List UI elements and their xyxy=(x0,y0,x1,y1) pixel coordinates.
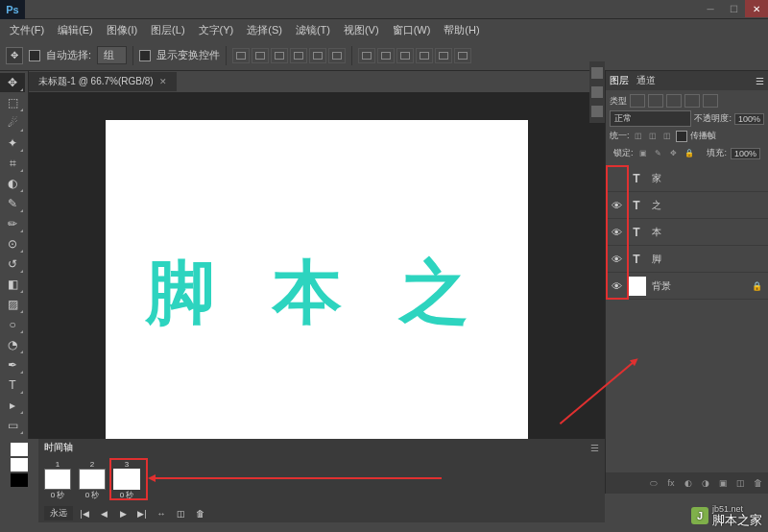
delete-frame-button[interactable]: 🗑 xyxy=(192,507,207,520)
new-frame-button[interactable]: ◫ xyxy=(173,507,188,520)
propagate-checkbox[interactable] xyxy=(676,131,687,142)
frame-delay[interactable]: 0 秒 xyxy=(85,490,100,500)
layer-item[interactable]: 👁 T 脚 xyxy=(606,246,768,273)
next-frame-button[interactable]: ▶| xyxy=(134,507,150,520)
auto-select-type-dropdown[interactable]: 组 xyxy=(97,46,127,64)
collapsed-panel-icon[interactable] xyxy=(591,86,603,98)
menu-filter[interactable]: 滤镜(T) xyxy=(290,21,336,39)
show-transform-checkbox[interactable] xyxy=(139,50,151,61)
menu-edit[interactable]: 编辑(E) xyxy=(52,21,99,39)
filter-pixel-icon[interactable] xyxy=(630,94,645,108)
blend-mode-dropdown[interactable]: 正常 xyxy=(610,110,691,127)
prev-frame-button[interactable]: ◀ xyxy=(96,507,111,520)
filter-smart-icon[interactable] xyxy=(703,94,718,108)
menu-layer[interactable]: 图层(L) xyxy=(145,21,190,39)
panel-menu-icon[interactable]: ☰ xyxy=(590,443,599,453)
menu-window[interactable]: 窗口(W) xyxy=(387,21,437,39)
tween-button[interactable]: ↔ xyxy=(154,507,169,520)
layer-name: 家 xyxy=(646,172,661,185)
history-brush-tool[interactable]: ↺ xyxy=(0,254,25,274)
menu-select[interactable]: 选择(S) xyxy=(241,21,288,39)
filter-type-icon[interactable] xyxy=(666,94,682,108)
play-button[interactable]: ▶ xyxy=(115,507,131,520)
visibility-toggle[interactable]: 👁 xyxy=(606,219,627,246)
visibility-toggle[interactable]: 👁 xyxy=(606,246,627,273)
align-top-icon[interactable] xyxy=(232,48,250,63)
pen-tool[interactable]: ✒ xyxy=(0,355,25,375)
filter-shape-icon[interactable] xyxy=(684,94,700,108)
lock-all-icon[interactable]: 🔒 xyxy=(684,148,695,159)
swatch[interactable] xyxy=(11,458,28,472)
align-hcenter-icon[interactable] xyxy=(309,48,326,63)
type-tool[interactable]: T xyxy=(0,375,25,395)
menu-help[interactable]: 帮助(H) xyxy=(438,21,485,39)
dist-bottom-icon[interactable] xyxy=(396,48,414,63)
menu-image[interactable]: 图像(I) xyxy=(101,21,143,39)
swatch[interactable] xyxy=(11,473,28,487)
layer-item[interactable]: 👁 T 之 xyxy=(606,192,768,219)
canvas[interactable]: 脚 本 之 xyxy=(106,120,528,466)
opacity-value[interactable]: 100% xyxy=(734,113,764,125)
loop-dropdown[interactable]: 永远 xyxy=(44,506,73,520)
align-bottom-icon[interactable] xyxy=(271,48,288,63)
unify-vis-icon[interactable]: ◫ xyxy=(647,131,659,142)
align-vcenter-icon[interactable] xyxy=(252,48,269,63)
menu-file[interactable]: 文件(F) xyxy=(4,21,50,39)
blur-tool[interactable]: ○ xyxy=(0,315,25,334)
eraser-tool[interactable]: ◧ xyxy=(0,275,25,294)
minimize-button[interactable]: ─ xyxy=(699,0,722,17)
lock-pixels-icon[interactable]: ✎ xyxy=(653,148,664,159)
brush-tool[interactable]: ✏ xyxy=(0,214,25,233)
unify-style-icon[interactable]: ◫ xyxy=(661,131,673,142)
panel-menu-icon[interactable]: ☰ xyxy=(756,76,764,86)
collapsed-panel-icon[interactable] xyxy=(591,106,603,117)
timeline-frame[interactable]: 3 0 秒 xyxy=(111,460,142,500)
swatch[interactable] xyxy=(11,443,28,456)
visibility-toggle[interactable] xyxy=(606,165,627,192)
menu-type[interactable]: 文字(Y) xyxy=(193,21,240,39)
marquee-tool[interactable]: ⬚ xyxy=(0,93,25,112)
dodge-tool[interactable]: ◔ xyxy=(0,335,25,354)
layer-item[interactable]: 👁 背景 🔒 xyxy=(606,273,768,300)
align-left-icon[interactable] xyxy=(290,48,307,63)
eyedropper-tool[interactable]: ◐ xyxy=(0,174,25,193)
layer-item[interactable]: 👁 T 本 xyxy=(606,219,768,246)
menu-view[interactable]: 视图(V) xyxy=(338,21,385,39)
lasso-tool[interactable]: ☄ xyxy=(0,113,25,133)
crop-tool[interactable]: ⌗ xyxy=(0,154,25,173)
timeline-frame[interactable]: 1 0 秒 xyxy=(42,460,73,500)
timeline-frame[interactable]: 2 0 秒 xyxy=(77,460,108,500)
lock-transparency-icon[interactable]: ▣ xyxy=(637,148,649,159)
visibility-toggle[interactable]: 👁 xyxy=(606,192,627,219)
unify-pos-icon[interactable]: ◫ xyxy=(633,131,644,142)
fill-value[interactable]: 100% xyxy=(731,148,760,159)
first-frame-button[interactable]: |◀ xyxy=(77,507,92,520)
dist-vcenter-icon[interactable] xyxy=(377,48,395,63)
dist-right-icon[interactable] xyxy=(454,48,471,63)
frame-delay[interactable]: 0 秒 xyxy=(120,490,134,500)
collapsed-panel-icon[interactable] xyxy=(591,67,603,79)
tab-layers[interactable]: 图层 xyxy=(610,74,629,87)
shape-tool[interactable]: ▭ xyxy=(0,416,25,435)
maximize-button[interactable]: ☐ xyxy=(722,0,745,17)
filter-adjust-icon[interactable] xyxy=(648,94,663,108)
healing-brush-tool[interactable]: ✎ xyxy=(0,194,25,213)
align-right-icon[interactable] xyxy=(328,48,346,63)
dist-top-icon[interactable] xyxy=(358,48,375,63)
move-tool[interactable]: ✥ xyxy=(0,73,25,92)
tab-close-icon[interactable]: ✕ xyxy=(159,77,167,86)
auto-select-checkbox[interactable] xyxy=(29,50,40,61)
document-tab[interactable]: 未标题-1 @ 66.7%(RGB/8) ✕ xyxy=(29,72,177,91)
dist-left-icon[interactable] xyxy=(416,48,433,63)
dist-hcenter-icon[interactable] xyxy=(435,48,452,63)
tab-channels[interactable]: 通道 xyxy=(636,74,656,87)
gradient-tool[interactable]: ▨ xyxy=(0,295,25,314)
layer-item[interactable]: T 家 xyxy=(606,165,768,192)
clone-stamp-tool[interactable]: ⊙ xyxy=(0,234,25,254)
visibility-toggle[interactable]: 👁 xyxy=(606,273,627,300)
lock-position-icon[interactable]: ✥ xyxy=(668,148,680,159)
path-select-tool[interactable]: ▸ xyxy=(0,396,25,415)
frame-delay[interactable]: 0 秒 xyxy=(51,490,65,500)
close-button[interactable]: ✕ xyxy=(745,0,768,17)
magic-wand-tool[interactable]: ✦ xyxy=(0,133,25,153)
